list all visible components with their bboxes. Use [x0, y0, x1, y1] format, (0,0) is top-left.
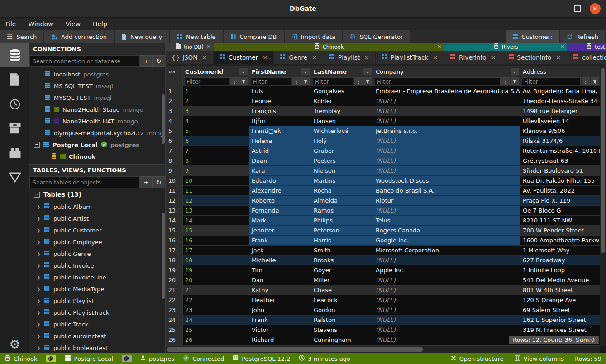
tab-collection[interactable]: collection✕: [567, 51, 606, 64]
grid-cell[interactable]: Leacock: [311, 295, 373, 305]
row-number[interactable]: 3: [166, 106, 183, 116]
grid-cell[interactable]: Gonçalves: [311, 86, 373, 96]
grid-cell[interactable]: 3: [183, 106, 249, 116]
close-icon[interactable]: ✕: [437, 44, 441, 50]
table-tree-item[interactable]: ❯public.booleantest: [29, 342, 165, 353]
connection-color-badge[interactable]: [122, 355, 132, 362]
grid-cell[interactable]: Ralston: [311, 315, 373, 325]
grid-cell[interactable]: Woodstock Discos: [373, 176, 520, 186]
grid-cell[interactable]: JetBrains s.r.o.: [373, 126, 520, 136]
column-dropdown-icon[interactable]: ⌄: [511, 68, 519, 75]
grid-cell[interactable]: 8210 111 ST NW: [520, 216, 601, 226]
table-tree-item[interactable]: ❯public.Customer: [29, 224, 165, 236]
filter-cell-lastname[interactable]: ⋮: [311, 77, 373, 86]
row-number[interactable]: 24: [166, 315, 183, 325]
row-number[interactable]: 12: [166, 196, 183, 206]
toolbar-button-search[interactable]: ☰Search: [0, 30, 43, 43]
row-number[interactable]: 8: [166, 156, 183, 166]
sidebar-plugins-icon[interactable]: [0, 141, 29, 165]
grid-cell[interactable]: Jack: [249, 246, 311, 255]
filter-menu-icon[interactable]: ⋮: [230, 77, 239, 85]
add-connection-plus-icon[interactable]: +: [140, 55, 153, 67]
grid-cell[interactable]: 162 E Superior Street: [520, 315, 601, 325]
grid-cell[interactable]: Embraer - Empresa Brasileira de Aeronáut…: [373, 86, 520, 96]
grid-cell[interactable]: Alexandre: [249, 186, 311, 196]
close-icon[interactable]: ✕: [262, 54, 267, 61]
column-dropdown-icon[interactable]: ⌄: [363, 68, 372, 75]
grid-cell[interactable]: Nielsen: [311, 166, 373, 176]
grid-cell[interactable]: 11: [183, 186, 249, 196]
grid-cell[interactable]: Kara: [249, 166, 311, 176]
filter-menu-icon[interactable]: ⋮: [582, 77, 590, 85]
statusbar-item-open-structure[interactable]: Open structure: [451, 355, 504, 362]
filter-funnel-icon[interactable]: [511, 77, 519, 85]
grid-cell[interactable]: 7: [183, 146, 249, 156]
grid-cell[interactable]: Qe 7 Bloco G: [520, 206, 601, 216]
grid-cell[interactable]: (NULL): [373, 255, 520, 265]
close-icon[interactable]: ✕: [491, 54, 496, 61]
connection-item[interactable]: MYSQL TESTmysql: [29, 92, 165, 104]
grid-cell[interactable]: (NULL): [373, 295, 520, 305]
table-tree-item[interactable]: ❯public.Artist: [29, 213, 165, 224]
grid-cell[interactable]: 16: [183, 236, 249, 246]
grid-cell[interactable]: Ramos: [311, 206, 373, 216]
tab-sectioninfo[interactable]: SectionInfo✕: [502, 51, 568, 64]
grid-cell[interactable]: Frank: [249, 315, 311, 325]
connections-search-input[interactable]: [29, 55, 140, 67]
row-number[interactable]: 6: [166, 136, 183, 146]
grid-cell[interactable]: 23: [183, 305, 249, 315]
grid-cell[interactable]: Frank: [249, 236, 311, 246]
tables-refresh-icon[interactable]: ↻: [153, 176, 165, 188]
statusbar-item-postgre-local[interactable]: Postgre Local: [65, 355, 113, 363]
column-header-lastname[interactable]: LastName⌄: [311, 66, 373, 77]
grid-cell[interactable]: [166, 77, 183, 86]
menu-window[interactable]: Window: [28, 20, 53, 28]
grid-cell[interactable]: Daan: [249, 156, 311, 166]
table-tree-item[interactable]: ❯public.PlaylistTrack: [29, 307, 165, 318]
connection-item[interactable]: Nano2Health Stagemongo: [29, 104, 165, 115]
grid-cell[interactable]: Stevens: [311, 325, 373, 335]
grid-cell[interactable]: 319 N. Frances Street: [520, 325, 601, 335]
collapse-icon[interactable]: −: [34, 142, 40, 148]
close-button[interactable]: ✕: [590, 3, 601, 14]
grid-cell[interactable]: John: [249, 305, 311, 315]
row-number[interactable]: 23: [166, 305, 183, 315]
grid-cell[interactable]: Mark: [249, 216, 311, 226]
row-number[interactable]: 1: [166, 86, 183, 96]
grid-cell[interactable]: Tim: [249, 265, 311, 275]
table-tree-item[interactable]: ❯public.Invoice: [29, 260, 165, 271]
collapse-icon[interactable]: −: [34, 192, 40, 198]
grid-cell[interactable]: 9: [183, 166, 249, 176]
grid-cell[interactable]: Microsoft Corporation: [373, 246, 520, 255]
connection-color-badge[interactable]: [46, 355, 56, 362]
tables-scrollbar-thumb[interactable]: [162, 213, 165, 299]
grid-cell[interactable]: Rilská 3174/6: [520, 136, 601, 146]
grid-cell[interactable]: Roberto: [249, 196, 311, 206]
row-number[interactable]: 13: [166, 206, 183, 216]
grid-cell[interactable]: (NULL): [373, 305, 520, 315]
close-icon[interactable]: ✕: [206, 44, 210, 50]
grid-cell[interactable]: 6: [183, 136, 249, 146]
filter-menu-icon[interactable]: ⋮: [501, 77, 510, 85]
tables-search-input[interactable]: [29, 176, 140, 188]
grid-cell[interactable]: Dan: [249, 275, 311, 285]
chevron-right-icon[interactable]: ❯: [37, 216, 40, 221]
table-tree-item[interactable]: ❯public.InvoiceLine: [29, 271, 165, 283]
maximize-button[interactable]: [574, 5, 581, 12]
connection-item[interactable]: MS SQL TESTmssql: [29, 80, 165, 92]
grid-cell[interactable]: Luís: [249, 86, 311, 96]
row-number[interactable]: 4: [166, 116, 183, 126]
grid-cell[interactable]: Eduardo: [249, 176, 311, 186]
column-header-customerid[interactable]: CustomerId⌄: [183, 66, 249, 77]
column-header-company[interactable]: Company⌄: [373, 66, 520, 77]
connection-item[interactable]: localhostpostgres: [29, 68, 165, 80]
statusbar-item[interactable]: [46, 355, 56, 363]
grid-cell[interactable]: 69 Salem Street: [520, 305, 601, 315]
table-tree-item[interactable]: ❯public.Genre: [29, 248, 165, 260]
grid-cell[interactable]: Holý: [311, 136, 373, 146]
grid-cell[interactable]: 2: [183, 96, 249, 106]
grid-cell[interactable]: Peterson: [311, 226, 373, 236]
grid-cell[interactable]: Cunningham: [311, 335, 373, 345]
grid-cell[interactable]: Rotenturmstraße 4, 1010 Innere Stadt: [520, 146, 601, 156]
grid-cell[interactable]: 627 Broadway: [520, 255, 601, 265]
